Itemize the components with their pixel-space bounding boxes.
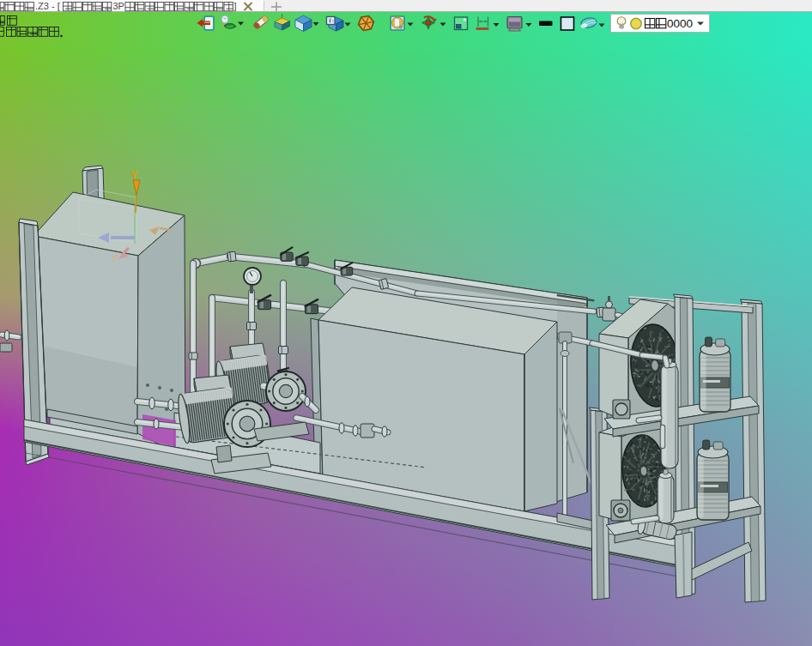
svg-text:]: ] bbox=[234, 1, 237, 11]
svg-text:0000: 0000 bbox=[667, 17, 693, 30]
svg-text:Y: Y bbox=[130, 168, 138, 181]
svg-text:.Z3 - [: .Z3 - [ bbox=[35, 1, 60, 11]
svg-text:3P: 3P bbox=[113, 1, 124, 11]
